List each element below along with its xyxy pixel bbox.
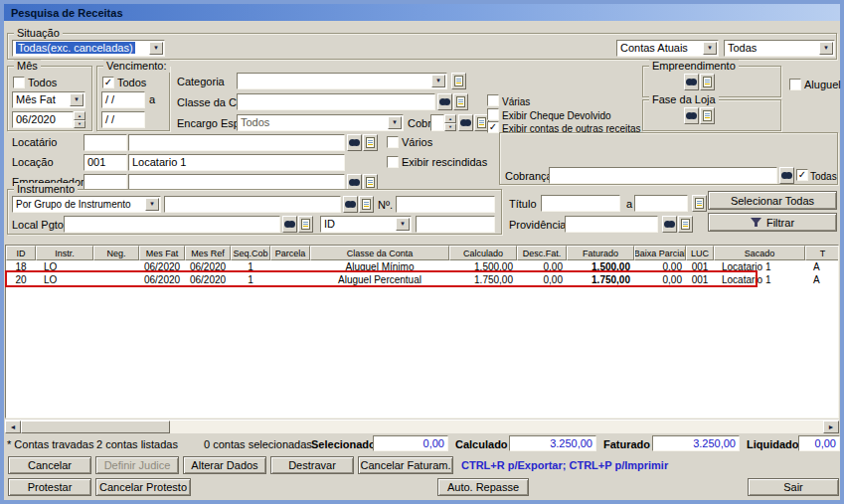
grid-col-tipo[interactable]: T xyxy=(805,246,839,260)
mes-periodo-stepper[interactable]: ▲ ▼ xyxy=(74,111,85,128)
scroll-left-button[interactable]: ◄ xyxy=(5,420,21,433)
mes-todos-checkbox[interactable] xyxy=(13,77,25,88)
locatario-new-button[interactable] xyxy=(363,134,378,151)
grid-col-neg[interactable]: Neg. xyxy=(93,246,139,260)
aluguel-checkbox[interactable] xyxy=(789,79,801,90)
chevron-down-icon[interactable]: ▼ xyxy=(149,42,163,55)
cancelar-faturam-button[interactable]: Cancelar Faturam. xyxy=(358,456,453,474)
cobr-stepper[interactable]: ▲ ▼ xyxy=(444,114,456,131)
alterar-dados-button[interactable]: Alterar Dados xyxy=(183,456,266,474)
grid-col-id[interactable]: ID xyxy=(6,246,36,260)
empreendimento-search-button[interactable] xyxy=(684,74,699,90)
fase-loja-new-button[interactable] xyxy=(700,107,715,124)
classe-conta-new-button[interactable] xyxy=(453,93,468,110)
local-pgto-input[interactable] xyxy=(64,216,280,233)
grid-col-parcela[interactable]: Parcela xyxy=(270,246,310,260)
exibir-outras-checkbox[interactable]: ✓ xyxy=(487,121,499,133)
auto-repasse-button[interactable]: Auto. Repasse xyxy=(437,478,529,496)
chevron-down-icon[interactable]: ▼ xyxy=(388,116,402,129)
grid-col-sacado[interactable]: Sacado xyxy=(714,246,805,260)
classe-conta-input[interactable] xyxy=(237,93,435,110)
providencia-new-button[interactable] xyxy=(678,216,693,233)
varias-checkbox[interactable] xyxy=(487,94,499,106)
spin-up-icon[interactable]: ▲ xyxy=(444,114,456,123)
mes-tipo-select[interactable]: Mês Fat ▼ xyxy=(12,91,85,108)
locatario-nome-input[interactable] xyxy=(128,134,345,151)
locacao-codigo-input[interactable]: 001 xyxy=(84,154,127,171)
numero-input[interactable] xyxy=(396,196,495,213)
chevron-down-icon[interactable]: ▼ xyxy=(396,218,410,231)
contas-atuais-select[interactable]: Contas Atuais ▼ xyxy=(616,40,719,57)
cobranca-input[interactable] xyxy=(549,167,777,184)
grid-col-classe[interactable]: Classe da Conta xyxy=(310,246,449,260)
cobranca-search-button[interactable] xyxy=(779,167,794,184)
varios-checkbox[interactable] xyxy=(387,136,399,148)
chevron-down-icon[interactable]: ▼ xyxy=(703,42,717,55)
cobranca-todas-checkbox[interactable]: ✓ xyxy=(796,169,808,181)
vencimento-de-input[interactable]: / / xyxy=(101,91,145,108)
situacao-select[interactable]: Todas(exc. canceladas) ▼ xyxy=(12,40,165,57)
grid-col-baixa-parcial[interactable]: Baixa Parcial xyxy=(634,246,686,260)
grid-col-seq-cob[interactable]: Seq.Cob xyxy=(231,246,270,260)
categoria-new-button[interactable] xyxy=(451,73,466,89)
cobr-input[interactable] xyxy=(430,114,444,131)
destravar-button[interactable]: Destravar xyxy=(270,456,354,474)
titulo-de-input[interactable] xyxy=(541,195,620,212)
chevron-down-icon[interactable]: ▼ xyxy=(819,42,833,55)
grid-col-instr[interactable]: Instr. xyxy=(36,246,93,260)
id-select[interactable]: ID ▼ xyxy=(320,216,412,233)
scroll-right-button[interactable]: ► xyxy=(823,420,839,433)
encargo-select[interactable]: Todos ▼ xyxy=(237,114,404,131)
sair-button[interactable]: Sair xyxy=(748,478,839,496)
cancelar-protesto-button[interactable]: Cancelar Protesto xyxy=(95,478,191,496)
vencimento-todos-checkbox[interactable]: ✓ xyxy=(102,77,114,88)
cancelar-button[interactable]: Cancelar xyxy=(8,456,91,474)
scrollbar-thumb[interactable] xyxy=(21,420,170,433)
chevron-down-icon[interactable]: ▼ xyxy=(145,198,159,211)
chevron-down-icon[interactable]: ▼ xyxy=(70,93,84,106)
id-input[interactable] xyxy=(416,216,495,233)
cobr-search-button[interactable] xyxy=(458,114,473,131)
grid-row-2[interactable]: 20 LO 06/2020 06/2020 1 Aluguel Percentu… xyxy=(6,273,838,286)
instrumento-grupo-select[interactable]: Por Grupo de Instrumento ▼ xyxy=(12,196,161,213)
mes-periodo-input[interactable]: 06/2020 xyxy=(12,111,74,128)
providencia-search-button[interactable] xyxy=(662,216,677,233)
grid-row-1[interactable]: 18 LO 06/2020 06/2020 1 Aluguel Mínimo 1… xyxy=(6,260,838,273)
providencia-input[interactable] xyxy=(565,216,658,233)
grid-col-desc-fat[interactable]: Desc.Fat. xyxy=(517,246,567,260)
exibir-rescindidas-checkbox[interactable] xyxy=(387,156,399,168)
spin-down-icon[interactable]: ▼ xyxy=(74,120,85,129)
vencimento-legend: Vencimento: xyxy=(103,60,170,73)
selecionar-todas-button[interactable]: Selecionar Todas xyxy=(708,191,837,210)
categoria-select[interactable]: ▼ xyxy=(237,73,447,89)
instrumento-new-button[interactable] xyxy=(359,196,374,213)
empreendimento-new-button[interactable] xyxy=(700,74,715,90)
titulo-ate-input[interactable] xyxy=(634,195,688,212)
grid-col-luc[interactable]: LUC xyxy=(686,246,714,260)
vencimento-ate-input[interactable]: / / xyxy=(101,111,145,128)
title-bar[interactable]: Pesquisa de Receitas xyxy=(4,4,840,21)
spin-up-icon[interactable]: ▲ xyxy=(74,111,85,120)
resultados-grid[interactable]: ID Instr. Neg. Mes Fat Mes Ref Seq.Cob P… xyxy=(5,245,839,419)
spin-down-icon[interactable]: ▼ xyxy=(444,123,456,132)
grid-col-mes-ref[interactable]: Mes Ref xyxy=(185,246,231,260)
filtrar-button[interactable]: Filtrar xyxy=(708,213,837,232)
instrumento-input[interactable] xyxy=(164,196,341,213)
todas-select[interactable]: Todas ▼ xyxy=(724,40,835,57)
classe-conta-search-button[interactable] xyxy=(437,93,452,110)
grid-horizontal-scrollbar[interactable]: ◄ ► xyxy=(5,420,839,433)
fase-loja-search-button[interactable] xyxy=(684,107,699,124)
local-pgto-new-button[interactable] xyxy=(298,216,313,233)
locacao-nome-input[interactable]: Locatario 1 xyxy=(128,154,345,171)
instrumento-search-button[interactable] xyxy=(343,196,358,213)
titulo-new-button[interactable] xyxy=(692,195,707,212)
local-pgto-search-button[interactable] xyxy=(282,216,297,233)
protestar-button[interactable]: Protestar xyxy=(8,478,91,496)
grid-col-faturado[interactable]: Faturado xyxy=(567,246,634,260)
grid-col-calculado[interactable]: Calculado xyxy=(449,246,517,260)
locatario-codigo-input[interactable] xyxy=(84,134,127,151)
chevron-down-icon[interactable]: ▼ xyxy=(431,75,445,87)
grid-col-mes-fat[interactable]: Mes Fat xyxy=(139,246,185,260)
locatario-search-button[interactable] xyxy=(347,134,362,151)
exibir-cheque-checkbox[interactable] xyxy=(487,108,499,120)
